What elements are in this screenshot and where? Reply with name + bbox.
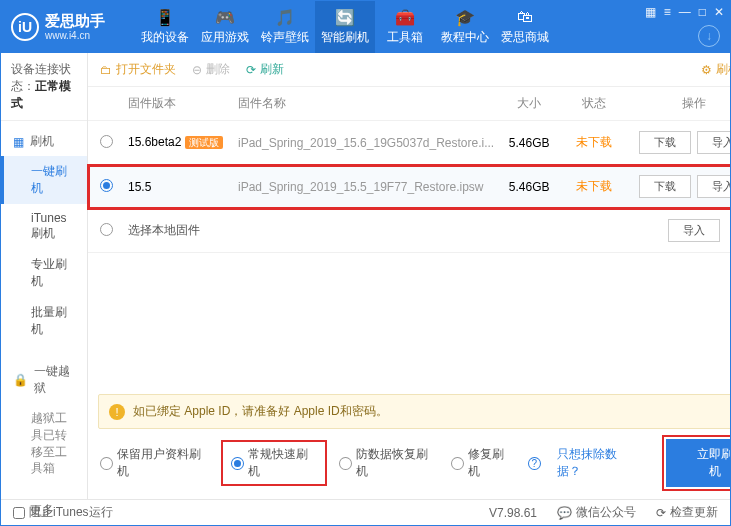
row-radio[interactable] <box>100 179 113 192</box>
mode-antidata[interactable]: 防数据恢复刷机 <box>339 446 437 480</box>
logo-icon: iU <box>11 13 39 41</box>
update-icon: ⟳ <box>656 506 666 520</box>
row-radio[interactable] <box>100 135 113 148</box>
maximize-button[interactable]: □ <box>699 5 706 19</box>
nav-tutorials[interactable]: 🎓教程中心 <box>435 1 495 53</box>
appleid-notice: ! 如已绑定 Apple ID，请准备好 Apple ID和密码。 ✕ <box>98 394 731 429</box>
delete-button[interactable]: ⊖删除 <box>192 61 230 78</box>
sidebar-item-pro[interactable]: 专业刷机 <box>1 249 87 297</box>
refresh-icon: 🔄 <box>336 8 354 26</box>
close-button[interactable]: ✕ <box>714 5 724 19</box>
download-button[interactable]: 下载 <box>639 175 691 198</box>
col-status: 状态 <box>564 95 624 112</box>
apps-icon: 🎮 <box>216 8 234 26</box>
import-button[interactable]: 导入 <box>697 175 731 198</box>
nav-apps[interactable]: 🎮应用游戏 <box>195 1 255 53</box>
flash-mode-bar: 保留用户资料刷机 常规快速刷机 防数据恢复刷机 修复刷机 ? 只想抹除数据？ 立… <box>88 429 731 499</box>
nav-ringtones[interactable]: 🎵铃声壁纸 <box>255 1 315 53</box>
version-label: V7.98.61 <box>489 506 537 520</box>
flash-settings-button[interactable]: ⚙刷机设置 <box>701 61 731 78</box>
warning-icon: ! <box>109 404 125 420</box>
main-panel: 🗀打开文件夹 ⊖删除 ⟳刷新 ⚙刷机设置 固件版本 固件名称 大小 状态 操作 … <box>88 53 731 499</box>
wechat-icon: 💬 <box>557 506 572 520</box>
import-button[interactable]: 导入 <box>697 131 731 154</box>
download-button[interactable]: 下载 <box>639 131 691 154</box>
mode-normal[interactable]: 常规快速刷机 <box>223 442 325 484</box>
erase-only-link[interactable]: 只想抹除数据？ <box>557 446 638 480</box>
nav-my-device[interactable]: 📱我的设备 <box>135 1 195 53</box>
col-name: 固件名称 <box>238 95 494 112</box>
lock-icon: 🔒 <box>13 373 28 387</box>
col-ops: 操作 <box>624 95 731 112</box>
group-flash[interactable]: ▦刷机 <box>1 127 87 156</box>
sidebar-item-oneclick[interactable]: 一键刷机 <box>1 156 87 204</box>
row-radio[interactable] <box>100 223 113 236</box>
mode-keep[interactable]: 保留用户资料刷机 <box>100 446 209 480</box>
col-version: 固件版本 <box>128 95 238 112</box>
phone-icon: 📱 <box>156 8 174 26</box>
delete-icon: ⊖ <box>192 63 202 77</box>
refresh-button[interactable]: ⟳刷新 <box>246 61 284 78</box>
table-row[interactable]: 15.6beta2测试版 iPad_Spring_2019_15.6_19G50… <box>88 121 731 165</box>
title-bar: iU 爱思助手 www.i4.cn 📱我的设备 🎮应用游戏 🎵铃声壁纸 🔄智能刷… <box>1 1 730 53</box>
nav-flash[interactable]: 🔄智能刷机 <box>315 1 375 53</box>
logo: iU 爱思助手 www.i4.cn <box>11 13 105 41</box>
brand-url: www.i4.cn <box>45 30 105 41</box>
minimize-button[interactable]: — <box>679 5 691 19</box>
gear-icon: ⚙ <box>701 63 712 77</box>
brand-name: 爱思助手 <box>45 13 105 30</box>
mode-repair[interactable]: 修复刷机 <box>451 446 514 480</box>
toolbox-icon: 🧰 <box>396 8 414 26</box>
wechat-link[interactable]: 💬微信公众号 <box>557 504 636 521</box>
col-size: 大小 <box>494 95 564 112</box>
skin-button[interactable]: ▦ <box>645 5 656 19</box>
table-header: 固件版本 固件名称 大小 状态 操作 <box>88 87 731 121</box>
footer: 阻止iTunes运行 V7.98.61 💬微信公众号 ⟳检查更新 <box>1 499 730 525</box>
music-icon: 🎵 <box>276 8 294 26</box>
flash-now-button[interactable]: 立即刷机 <box>666 439 731 487</box>
top-nav: 📱我的设备 🎮应用游戏 🎵铃声壁纸 🔄智能刷机 🧰工具箱 🎓教程中心 🛍爱思商城 <box>135 1 555 53</box>
toolbar: 🗀打开文件夹 ⊖删除 ⟳刷新 ⚙刷机设置 <box>88 53 731 87</box>
book-icon: 🎓 <box>456 8 474 26</box>
group-jailbreak[interactable]: 🔒一键越狱 <box>1 357 87 403</box>
sidebar-item-jailnote: 越狱工具已转移至工具箱 <box>1 403 87 484</box>
download-indicator-icon[interactable]: ↓ <box>698 25 720 47</box>
connection-status: 设备连接状态：正常模式 <box>1 53 87 121</box>
check-update-link[interactable]: ⟳检查更新 <box>656 504 718 521</box>
open-folder-button[interactable]: 🗀打开文件夹 <box>100 61 176 78</box>
help-icon[interactable]: ? <box>528 457 541 470</box>
folder-icon: 🗀 <box>100 63 112 77</box>
sidebar-item-itunes[interactable]: iTunes刷机 <box>1 204 87 249</box>
import-button[interactable]: 导入 <box>668 219 720 242</box>
nav-toolbox[interactable]: 🧰工具箱 <box>375 1 435 53</box>
local-firmware-row[interactable]: 选择本地固件 导入 <box>88 209 731 253</box>
window-controls: ▦ ≡ — □ ✕ <box>645 5 724 19</box>
cart-icon: 🛍 <box>516 8 534 26</box>
sidebar: 设备连接状态：正常模式 ▦刷机 一键刷机 iTunes刷机 专业刷机 批量刷机 … <box>1 53 88 499</box>
table-row[interactable]: 15.5 iPad_Spring_2019_15.5_19F77_Restore… <box>88 165 731 209</box>
block-itunes-checkbox[interactable]: 阻止iTunes运行 <box>13 504 113 521</box>
nav-store[interactable]: 🛍爱思商城 <box>495 1 555 53</box>
sidebar-item-batch[interactable]: 批量刷机 <box>1 297 87 345</box>
menu-button[interactable]: ≡ <box>664 5 671 19</box>
refresh-icon: ⟳ <box>246 63 256 77</box>
